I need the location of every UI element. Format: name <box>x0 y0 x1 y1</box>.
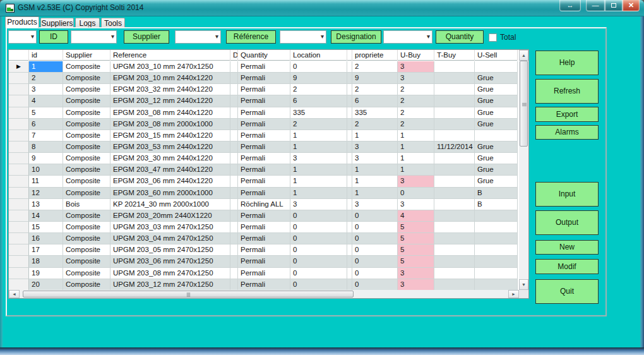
export-button[interactable]: Export <box>535 107 599 122</box>
grid-cell-u-buy[interactable]: 3 <box>398 199 434 210</box>
grid-cell-id[interactable]: 15 <box>29 222 63 233</box>
grid-cell-u-sell[interactable]: Grue <box>475 107 518 119</box>
grid-cell-d[interactable] <box>230 256 238 267</box>
grid-cell-spacer[interactable] <box>347 95 352 107</box>
grid-cell-id[interactable]: 3 <box>29 84 63 95</box>
grid-cell-t-buy[interactable] <box>434 153 475 164</box>
grid-cell-id[interactable]: 8 <box>29 141 63 153</box>
grid-cell-reference[interactable]: UPGM 203_08 mm 2470x1250 <box>110 268 230 279</box>
grid-cell-supplier[interactable]: Composite <box>63 256 110 267</box>
grid-cell-quantity[interactable]: Permali <box>238 164 290 176</box>
tab-tools[interactable]: Tools <box>101 18 125 28</box>
row-selector[interactable] <box>9 153 29 164</box>
scroll-down-icon[interactable]: ▼ <box>519 279 528 290</box>
grid-cell-reference[interactable]: EPGM 203_08 mm 2000x1000 <box>110 119 230 130</box>
grid-cell-spacer[interactable] <box>347 61 352 73</box>
grid-cell-u-sell[interactable] <box>475 222 518 233</box>
grid-cell-propriete[interactable]: 0 <box>352 222 398 233</box>
row-selector[interactable] <box>9 130 29 141</box>
grid-cell-location[interactable]: 0 <box>290 222 347 233</box>
grid-cell-propriete[interactable]: 0 <box>352 268 398 279</box>
grid-cell-supplier[interactable]: Composite <box>63 279 110 291</box>
row-selector[interactable] <box>9 268 29 279</box>
grid-cell-u-buy[interactable]: 1 <box>398 130 434 141</box>
grid-cell-quantity[interactable]: Permali <box>238 130 290 141</box>
grid-cell-quantity[interactable]: Permali <box>238 279 290 291</box>
grid-cell-id[interactable]: 7 <box>29 130 63 141</box>
total-checkbox[interactable] <box>489 33 497 42</box>
grid-cell-d[interactable] <box>230 222 238 233</box>
grid-cell-location[interactable]: 6 <box>290 95 347 107</box>
grid-cell-id[interactable]: 20 <box>29 279 63 291</box>
grid-cell-d[interactable] <box>230 95 238 107</box>
grid-cell-reference[interactable]: UPGM 203_06 mm 2470x1250 <box>110 256 230 267</box>
grid-cell-id[interactable]: 13 <box>29 199 63 210</box>
grid-cell-u-sell[interactable] <box>475 244 518 256</box>
row-selector[interactable] <box>9 233 29 244</box>
grid-cell-propriete[interactable]: 1 <box>352 188 398 199</box>
grid-cell-spacer[interactable] <box>347 188 352 199</box>
grid-cell-id[interactable]: 14 <box>29 210 63 222</box>
grid-cell-u-buy[interactable]: 5 <box>398 244 434 256</box>
row-selector[interactable] <box>9 188 29 199</box>
quit-button[interactable]: Quit <box>535 279 599 304</box>
grid-cell-quantity[interactable]: Permali <box>238 141 290 153</box>
grid-cell-propriete[interactable]: 2 <box>352 61 398 73</box>
grid-cell-quantity[interactable]: Permali <box>238 107 290 119</box>
grid-cell-id[interactable]: 17 <box>29 244 63 256</box>
grid-cell-id[interactable]: 18 <box>29 256 63 267</box>
grid-cell-id[interactable]: 5 <box>29 107 63 119</box>
help-button[interactable]: Help <box>535 51 599 75</box>
grid-cell-d[interactable] <box>230 279 238 291</box>
tab-products[interactable]: Products <box>5 16 39 28</box>
grid-cell-location[interactable]: 3 <box>290 199 347 210</box>
grid-cell-propriete[interactable]: 335 <box>352 107 398 119</box>
grid-cell-t-buy[interactable] <box>434 95 475 107</box>
grid-cell-u-sell[interactable]: Grue <box>475 95 518 107</box>
quantity-filter-dropdown[interactable] <box>383 30 432 44</box>
grid-cell-spacer[interactable] <box>347 119 352 130</box>
current-row-indicator[interactable]: ▶ <box>9 61 29 73</box>
grid-cell-supplier[interactable]: Composite <box>63 222 110 233</box>
grid-cell-u-buy[interactable]: 1 <box>398 141 434 153</box>
grid-cell-t-buy[interactable] <box>434 210 475 222</box>
grid-cell-reference[interactable]: EPGM 203_60 mm 2000x1000 <box>110 188 230 199</box>
grid-cell-t-buy[interactable] <box>434 256 475 267</box>
grid-cell-spacer[interactable] <box>347 153 352 164</box>
grid-cell-d[interactable] <box>230 233 238 244</box>
grid-cell-d[interactable] <box>230 188 238 199</box>
column-header-quantity[interactable]: Quantity <box>238 50 290 61</box>
grid-cell-t-buy[interactable] <box>434 268 475 279</box>
grid-cell-propriete[interactable]: 3 <box>352 199 398 210</box>
row-selector[interactable] <box>9 244 29 256</box>
grid-cell-u-buy[interactable]: 2 <box>398 84 434 95</box>
row-selector[interactable] <box>9 164 29 176</box>
grid-cell-supplier[interactable]: Composite <box>63 61 110 73</box>
grid-cell-id[interactable]: 19 <box>29 268 63 279</box>
grid-cell-t-buy[interactable] <box>434 233 475 244</box>
row-selector[interactable] <box>9 141 29 153</box>
grid-cell-quantity[interactable]: Permali <box>238 95 290 107</box>
grid-cell-u-buy[interactable]: 5 <box>398 222 434 233</box>
grid-cell-d[interactable] <box>230 244 238 256</box>
grid-cell-u-buy[interactable]: 5 <box>398 256 434 267</box>
grid-cell-t-buy[interactable] <box>434 279 475 291</box>
grid-cell-d[interactable] <box>230 141 238 153</box>
grid-cell-location[interactable]: 0 <box>290 61 347 73</box>
grid-cell-id[interactable]: 12 <box>29 188 63 199</box>
column-header-u-buy[interactable]: U-Buy <box>398 50 434 61</box>
grid-cell-u-buy[interactable]: 3 <box>398 279 434 291</box>
scroll-up-icon[interactable]: ▲ <box>519 50 528 61</box>
grid-cell-spacer[interactable] <box>347 176 352 187</box>
grid-cell-quantity[interactable]: Permali <box>238 176 290 187</box>
grid-cell-quantity[interactable]: Permali <box>238 73 290 84</box>
id-filter-dropdown[interactable] <box>8 30 37 44</box>
grid-cell-u-sell[interactable] <box>475 210 518 222</box>
grid-cell-t-buy[interactable] <box>434 199 475 210</box>
grid-cell-supplier[interactable]: Composite <box>63 244 110 256</box>
grid-cell-location[interactable]: 2 <box>290 84 347 95</box>
grid-cell-id[interactable]: 1 <box>29 61 63 73</box>
grid-cell-d[interactable] <box>230 107 238 119</box>
grid-cell-reference[interactable]: EPGM 203_30 mm 2440x1220 <box>110 153 230 164</box>
grid-cell-supplier[interactable]: Bois <box>63 199 110 210</box>
